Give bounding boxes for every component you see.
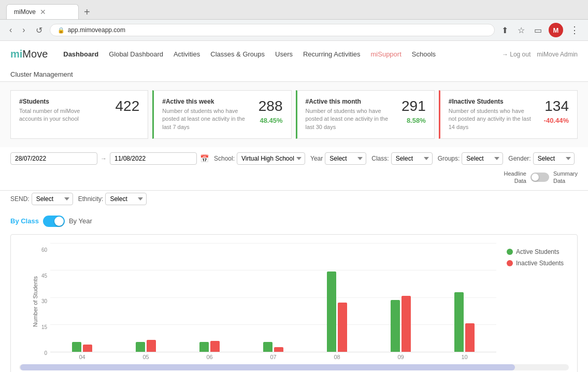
- address-bar[interactable]: 🔒 app.mimoveapp.com: [50, 24, 495, 36]
- stat-desc-inactive: Number of students who have not posted a…: [449, 107, 532, 131]
- filter-school: School: Virtual High School: [214, 152, 305, 165]
- forward-button[interactable]: ›: [19, 24, 28, 36]
- stat-value-students: 422: [116, 98, 140, 115]
- bar-05-active: [136, 342, 145, 352]
- chart-with-yaxis: Number of Students 0 15 30 45 60: [19, 243, 569, 360]
- nav-dashboard[interactable]: Dashboard: [58, 41, 104, 67]
- date-range: → 📅: [10, 152, 209, 165]
- bar-08-inactive: [338, 303, 347, 352]
- app-logo[interactable]: miMove: [10, 41, 48, 67]
- date-end-input[interactable]: [110, 152, 197, 165]
- nav-global-dashboard[interactable]: Global Dashboard: [104, 41, 168, 67]
- filter-gender-select[interactable]: Select: [533, 152, 575, 165]
- stat-desc-students: Total number of miMove accounts in your …: [19, 107, 102, 123]
- chart-bars-area: 04 05 06 07 08 09 10: [50, 243, 496, 360]
- sub-nav-cluster[interactable]: Cluster Management: [10, 67, 578, 81]
- tab-close-button[interactable]: ✕: [40, 8, 46, 16]
- filters-bar-row2: SEND: Select Ethnicity: Select: [0, 191, 588, 207]
- bar-04-inactive: [83, 345, 92, 352]
- legend-inactive-label: Inactive Students: [516, 260, 564, 267]
- filters-bar: → 📅 School: Virtual High School Year Sel…: [0, 147, 588, 191]
- chart-scrollbar[interactable]: [19, 364, 569, 370]
- bar-group-04: [50, 342, 114, 352]
- bar-group-05: [114, 340, 178, 352]
- stat-card-header: #Students Total number of miMove account…: [19, 98, 139, 123]
- headline-summary-toggle[interactable]: [530, 173, 549, 182]
- extensions-button[interactable]: ▭: [532, 24, 544, 36]
- grid-0: [50, 352, 496, 352]
- filter-school-select[interactable]: Virtual High School: [237, 152, 305, 165]
- toggle-knob-blue: [54, 217, 64, 226]
- stat-title-inactive: #Inactive Students: [449, 98, 532, 105]
- filter-send-select[interactable]: Select: [32, 193, 73, 205]
- stat-change-month: 8.58%: [401, 117, 426, 124]
- browser-toolbar: ‹ › ↺ 🔒 app.mimoveapp.com ⬆ ☆ ▭ M ⋮: [0, 20, 588, 41]
- bar-09-inactive: [401, 296, 411, 352]
- reload-button[interactable]: ↺: [33, 24, 46, 36]
- calendar-icon[interactable]: 📅: [200, 154, 209, 163]
- chart-container: Number of Students 0 15 30 45 60: [10, 234, 578, 372]
- y-axis-wrapper: Number of Students 0 15 30 45 60: [19, 243, 50, 360]
- filter-year: Year Select: [310, 152, 366, 165]
- nav-users[interactable]: Users: [270, 41, 298, 67]
- stat-card-header-week: #Active this week Number of students who…: [162, 98, 282, 131]
- bar-08-active: [327, 271, 336, 352]
- bar-group-09: [369, 296, 433, 352]
- back-button[interactable]: ‹: [6, 24, 15, 36]
- bar-06-active: [199, 342, 209, 352]
- x-label-07: 07: [241, 354, 305, 360]
- filter-ethnicity-label: Ethnicity:: [78, 195, 104, 203]
- x-label-05: 05: [114, 354, 178, 360]
- browser-tab-active[interactable]: miMove ✕: [6, 4, 79, 19]
- filter-class-select[interactable]: Select: [391, 152, 433, 165]
- nav-recurring[interactable]: Recurring Activities: [298, 41, 366, 67]
- toggle-knob: [532, 174, 539, 181]
- y-ticks: 0 15 30 45 60: [41, 247, 50, 356]
- x-label-10: 10: [433, 354, 496, 360]
- filter-year-select[interactable]: Select: [325, 152, 366, 165]
- browser-tabs: miMove ✕ +: [6, 4, 582, 19]
- legend-inactive: Inactive Students: [507, 260, 569, 267]
- filter-class-label: Class:: [371, 155, 389, 162]
- nav-schools[interactable]: Schools: [407, 41, 441, 67]
- stat-card-active-month: #Active this month Number of students wh…: [296, 90, 435, 139]
- x-labels: 04 05 06 07 08 09 10: [50, 354, 496, 360]
- y-tick-45: 45: [41, 273, 47, 279]
- user-avatar[interactable]: M: [549, 23, 563, 37]
- nav-right: → Log out miMove Admin: [502, 51, 578, 58]
- logo-mi: mi: [10, 48, 22, 60]
- legend-dot-inactive: [507, 260, 513, 266]
- stat-card-active-week: #Active this week Number of students who…: [152, 90, 291, 139]
- y-tick-15: 15: [41, 324, 47, 330]
- nav-activities[interactable]: Activities: [168, 41, 205, 67]
- bar-group-06: [178, 341, 241, 352]
- nav-classes-groups[interactable]: Classes & Groups: [205, 41, 270, 67]
- date-start-input[interactable]: [10, 152, 97, 165]
- stat-change-week: 48.45%: [259, 117, 283, 124]
- share-button[interactable]: ⬆: [499, 24, 511, 36]
- stat-change-inactive: -40.44%: [544, 117, 569, 124]
- bar-07-active: [263, 342, 273, 352]
- stat-title-week: #Active this week: [162, 98, 245, 105]
- filter-gender-label: Gender:: [508, 155, 530, 162]
- filter-send-label: SEND:: [10, 195, 30, 203]
- y-tick-30: 30: [41, 298, 47, 304]
- admin-label: miMove Admin: [537, 51, 578, 58]
- new-tab-button[interactable]: +: [79, 6, 95, 18]
- filter-groups-select[interactable]: Select: [462, 152, 503, 165]
- menu-button[interactable]: ⋮: [567, 23, 582, 37]
- stat-title-students: #Students: [19, 98, 102, 105]
- filter-school-label: School:: [214, 155, 235, 162]
- headline-toggle-group: HeadlineData SummaryData: [504, 170, 578, 185]
- x-label-06: 06: [178, 354, 241, 360]
- bookmark-button[interactable]: ☆: [515, 24, 527, 36]
- filter-groups-label: Groups:: [438, 155, 460, 162]
- top-nav-inner: miMove Dashboard Global Dashboard Activi…: [10, 41, 578, 67]
- filter-gender: Gender: Select: [508, 152, 574, 165]
- logout-link[interactable]: → Log out: [502, 51, 530, 58]
- nav-support[interactable]: miSupport: [366, 41, 407, 67]
- class-year-toggle[interactable]: [43, 216, 65, 227]
- filter-ethnicity-select[interactable]: Select: [105, 193, 147, 205]
- stat-value-inactive: 134: [544, 98, 569, 115]
- stats-row: #Students Total number of miMove account…: [0, 82, 588, 147]
